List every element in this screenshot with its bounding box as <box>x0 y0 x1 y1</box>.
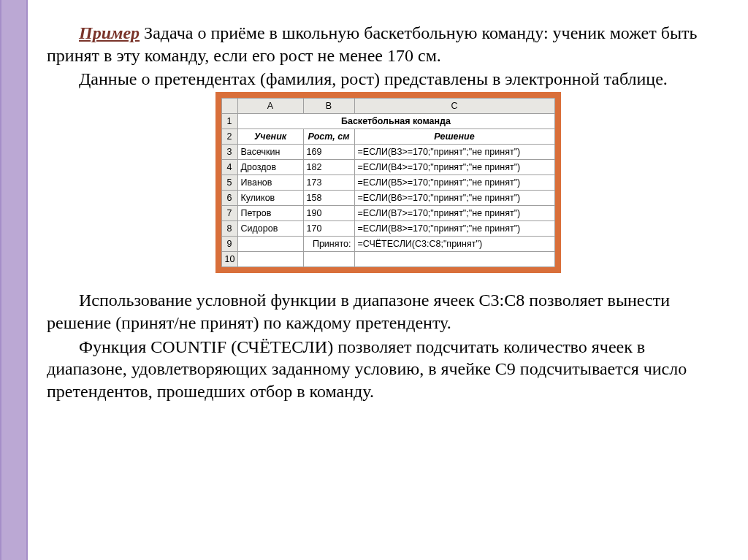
spreadsheet-frame: A B C 1 Баскетбольная команда 2 Ученик Р… <box>215 92 561 273</box>
cell-C10 <box>354 252 554 267</box>
row-number: 5 <box>221 175 237 191</box>
row-7: 7 Петров 190 =ЕСЛИ(B7>=170;"принят";"не … <box>221 206 554 221</box>
header-height: Рост, см <box>303 129 354 145</box>
cell-C7: =ЕСЛИ(B7>=170;"принят";"не принят") <box>354 206 554 221</box>
cell-B3: 169 <box>303 145 354 160</box>
table-title: Баскетбольная команда <box>237 114 554 129</box>
cell-A4: Дроздов <box>237 160 303 175</box>
decorative-left-band <box>0 0 28 560</box>
col-header-C: C <box>354 99 554 114</box>
row-number: 10 <box>221 252 237 267</box>
cell-A5: Иванов <box>237 175 303 191</box>
cell-B7: 190 <box>303 206 354 221</box>
cell-C3: =ЕСЛИ(B3>=170;"принят";"не принят") <box>354 145 554 160</box>
cell-C5: =ЕСЛИ(B5>=170;"принят";"не принят") <box>354 175 554 191</box>
col-header-B: B <box>303 99 354 114</box>
row-number: 4 <box>221 160 237 175</box>
cell-B5: 173 <box>303 175 354 191</box>
row-2: 2 Ученик Рост, см Решение <box>221 129 554 145</box>
intro-paragraph-1: Пример Задача о приёме в школьную баскет… <box>47 22 729 66</box>
row-number: 2 <box>221 129 237 145</box>
cell-A9 <box>237 237 303 252</box>
cell-B4: 182 <box>303 160 354 175</box>
cell-B8: 170 <box>303 221 354 237</box>
intro-paragraph-2: Данные о претендентах (фамилия, рост) пр… <box>47 68 729 91</box>
slide-content: Пример Задача о приёме в школьную баскет… <box>28 0 748 410</box>
header-decision: Решение <box>354 129 554 145</box>
row-number: 7 <box>221 206 237 221</box>
cell-B10 <box>303 252 354 267</box>
row-5: 5 Иванов 173 =ЕСЛИ(B5>=170;"принят";"не … <box>221 175 554 191</box>
explanation-block: Использование условной функции в диапазо… <box>47 289 729 403</box>
row-number: 6 <box>221 191 237 206</box>
row-8: 8 Сидоров 170 =ЕСЛИ(B8>=170;"принят";"не… <box>221 221 554 237</box>
cell-A6: Куликов <box>237 191 303 206</box>
row-number: 8 <box>221 221 237 237</box>
row-3: 3 Васечкин 169 =ЕСЛИ(B3>=170;"принят";"н… <box>221 145 554 160</box>
row-10: 10 <box>221 252 554 267</box>
cell-C4: =ЕСЛИ(B4>=170;"принят";"не принят") <box>354 160 554 175</box>
cell-C9: =СЧЁТЕСЛИ(C3:C8;"принят") <box>354 237 554 252</box>
col-header-A: A <box>237 99 303 114</box>
row-9: 9 Принято: =СЧЁТЕСЛИ(C3:C8;"принят") <box>221 237 554 252</box>
cell-B6: 158 <box>303 191 354 206</box>
cell-B9: Принято: <box>303 237 354 252</box>
corner-cell <box>221 99 237 114</box>
spreadsheet-inner: A B C 1 Баскетбольная команда 2 Ученик Р… <box>220 96 557 269</box>
row-number: 1 <box>221 114 237 129</box>
cell-A8: Сидоров <box>237 221 303 237</box>
header-student: Ученик <box>237 129 303 145</box>
cell-C8: =ЕСЛИ(B8>=170;"принят";"не принят") <box>354 221 554 237</box>
cell-A7: Петров <box>237 206 303 221</box>
cell-A10 <box>237 252 303 267</box>
row-1: 1 Баскетбольная команда <box>221 114 554 129</box>
row-number: 3 <box>221 145 237 160</box>
cell-C6: =ЕСЛИ(B6>=170;"принят";"не принят") <box>354 191 554 206</box>
column-header-row: A B C <box>221 99 554 114</box>
row-number: 9 <box>221 237 237 252</box>
explanation-paragraph-1: Использование условной функции в диапазо… <box>47 289 729 334</box>
row-4: 4 Дроздов 182 =ЕСЛИ(B4>=170;"принят";"не… <box>221 160 554 175</box>
intro-text-1: Задача о приёме в школьную баскетбольную… <box>47 23 697 65</box>
row-6: 6 Куликов 158 =ЕСЛИ(B6>=170;"принят";"не… <box>221 191 554 206</box>
spreadsheet-table: A B C 1 Баскетбольная команда 2 Ученик Р… <box>221 98 555 267</box>
cell-A3: Васечкин <box>237 145 303 160</box>
explanation-paragraph-2: Функция COUNTIF (СЧЁТЕСЛИ) позволяет под… <box>47 336 729 403</box>
example-label: Пример <box>79 23 140 42</box>
